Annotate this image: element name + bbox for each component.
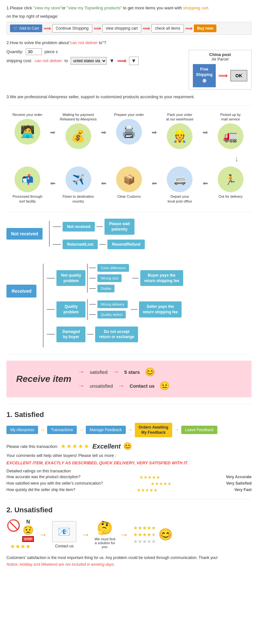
flow-label-1: Receive your order (13, 112, 43, 117)
pink-section: Receive item → satisfied → 5 stars 😊 → u… (6, 361, 252, 397)
flow-connector-1: ➡ (50, 128, 55, 136)
flow-row-2: 🏃 Out for delivery ➡ 🚐 Depart yourlocal … (6, 166, 252, 205)
flow-label-7: Depart yourlocal post office (168, 194, 192, 204)
second-dropdown[interactable]: ▼ (129, 57, 139, 65)
hline-3 (53, 244, 61, 245)
view-cart-label: view shopping cart (106, 26, 138, 31)
detail-stars-3: ★★★★★ (137, 488, 158, 493)
detail-value-2: Very Satisfied (219, 481, 252, 486)
flow-connector-4: ➡ (203, 128, 208, 136)
neg-icons-row: 🚫 N 😟 STOP (6, 519, 34, 542)
add-to-cart-btn[interactable]: 🛒 Add to Cart (10, 24, 42, 32)
email-step: 📧 Contact us (52, 521, 76, 548)
cart-flow: 🛒 Add to Cart ⟹ Continue Shopping ⟹ view… (6, 22, 252, 35)
buy-now-label: Buy now (197, 26, 213, 31)
divider-2 (6, 212, 252, 212)
damaged-label: Damagedby buyer (56, 327, 85, 343)
branch-not-received: Not received Please waitpatiently (53, 219, 145, 235)
final-happy-face: 😊 (158, 528, 173, 541)
negative-icons: 🚫 N 😟 STOP ★★★★ (6, 519, 34, 550)
question-step: 🤔 We must finda solution foryou. (94, 520, 115, 549)
dislike-label: Dislike (97, 285, 114, 292)
view-cart-btn[interactable]: view shopping cart (102, 24, 141, 33)
satisfied-heading: 1. Satisfied (6, 411, 252, 419)
pink-flows: → satisfied → 5 stars 😊 → unsatisfied → … (78, 367, 170, 391)
flow-item-2: Waiting for paymentReleased by Aliexpres… (59, 112, 98, 151)
pink-arrow-3: → (78, 382, 85, 390)
sub-dislike: Dislike (89, 285, 129, 292)
buy-now-btn[interactable]: Buy now (194, 24, 216, 32)
quantity-row: Quantity: piece s (6, 48, 182, 55)
shipping-select[interactable]: unied states via (71, 57, 107, 65)
unsat-arrow-1: → (39, 530, 47, 540)
cant-deliver-text: "can not deliver (69, 40, 98, 45)
sub-wrong-size: Wrong size (89, 274, 129, 282)
not-received-main: Not received (6, 228, 43, 240)
fb-step-3: Manage Feedback (86, 426, 125, 434)
flow-label-2: Waiting for paymentReleased by Aliexpres… (60, 112, 96, 122)
section-2: 2.How to solve the problem about"can not… (6, 40, 252, 90)
china-post-title: China post (193, 52, 247, 57)
quantity-input[interactable] (26, 48, 42, 55)
not-received-branches: Not received Please waitpatiently Return… (53, 219, 145, 249)
dropdown-arrow[interactable]: ▼ (109, 58, 114, 64)
detail-heading: Detailed ratings on this transaction (6, 469, 252, 473)
detail-value-3: Very Fast (219, 488, 252, 493)
flow-item-4: Pack your orderat our warehouse 👷 (160, 112, 199, 151)
flow-label-10: Processed throughsort facility (13, 194, 42, 204)
detail-stars-1: ★★★★★ (139, 475, 160, 480)
unsatisfied-section: 2. Unsatisfied 🚫 N 😟 STOP ★★★★ → (6, 506, 252, 567)
flow-item-5: Picked up bymail service 🚛 (211, 112, 250, 151)
hl-7 (89, 278, 96, 279)
flow-item-10: 📬 Processed throughsort facility (8, 166, 47, 205)
vert-line-2 (43, 264, 44, 347)
flow-down-arrow: ↓ (6, 154, 252, 163)
hl-6 (89, 268, 96, 268)
contact-us-text: Contact us (130, 383, 155, 389)
hl-12 (89, 314, 96, 315)
quality-label: Qualityproblem (56, 301, 85, 317)
shipping-label: shipping cost: (6, 58, 32, 63)
detail-row-1: How accurate was the product description… (6, 475, 252, 480)
happy-emoji: 😊 (145, 367, 155, 377)
rating-stars: ★★★★★ (61, 443, 90, 450)
qty-label: Quantity: (6, 49, 23, 54)
view-store-link[interactable]: "view my store" (33, 5, 62, 10)
section-1: 1.Please click "view my store"or "view m… (6, 5, 252, 35)
result-stars-4: ★★★★★ (133, 532, 156, 538)
hl-8 (89, 288, 96, 289)
hline-1 (53, 226, 61, 227)
fb-arrow-2: → (79, 427, 84, 433)
check-items-btn[interactable]: check all items (151, 24, 184, 33)
flow-connector-3: ➡ (152, 128, 157, 136)
section2-heading: 2.How to solve the problem about"can not… (6, 40, 252, 46)
result-stars-5: ★★★★★ (133, 525, 156, 531)
section-3: 3.We are professional Aliexpress seller,… (6, 94, 252, 99)
section1-subtext: on the top right of webpage: (6, 13, 252, 20)
hline-2 (96, 226, 103, 227)
flow-label-3: Prepare your order (114, 112, 144, 117)
flow-item-3: Prepare your order 🖨️ (110, 112, 148, 147)
detail-value-1: Very Accurate (219, 475, 252, 480)
not-quality-label: Not qualityproblem (56, 270, 85, 286)
ok-button[interactable]: OK (230, 70, 247, 81)
shipping-row: shipping cost: can not deliver to unied … (6, 57, 182, 65)
add-to-cart-label: Add to Cart (19, 26, 39, 31)
unsat-arrow-2: → (81, 530, 90, 540)
not-quality-branch: Not qualityproblem Color difference Wron… (47, 264, 183, 293)
continue-shopping-btn[interactable]: Continue Shopping (52, 24, 92, 33)
not-quality-subs: Color difference Wrong size Dislike (89, 264, 129, 292)
detail-stars-2: ★★★★★ (151, 481, 172, 486)
flow-icon-4: 👷 (167, 123, 193, 149)
continue-shopping-label: Continue Shopping (56, 26, 89, 31)
stop-sign: STOP (22, 536, 34, 542)
china-post-arrow: ⟹ (218, 72, 228, 80)
result-stars-low: ★★★★★ (133, 538, 156, 545)
flow-label-8: Clear Customs (117, 194, 141, 199)
result-stars-group: ★★★★★ ★★★★★ ★★★★★ (133, 525, 156, 545)
fb-arrow-4: → (174, 427, 179, 433)
flow-icon-2: 💰 (65, 123, 91, 149)
branch-returned-lost: Returned/Lost Resend/Refund (53, 240, 145, 249)
view-topselling-link[interactable]: "view my Topselling products" (67, 5, 122, 10)
comments-text: Your comments will help other buyers! Pl… (6, 453, 252, 458)
